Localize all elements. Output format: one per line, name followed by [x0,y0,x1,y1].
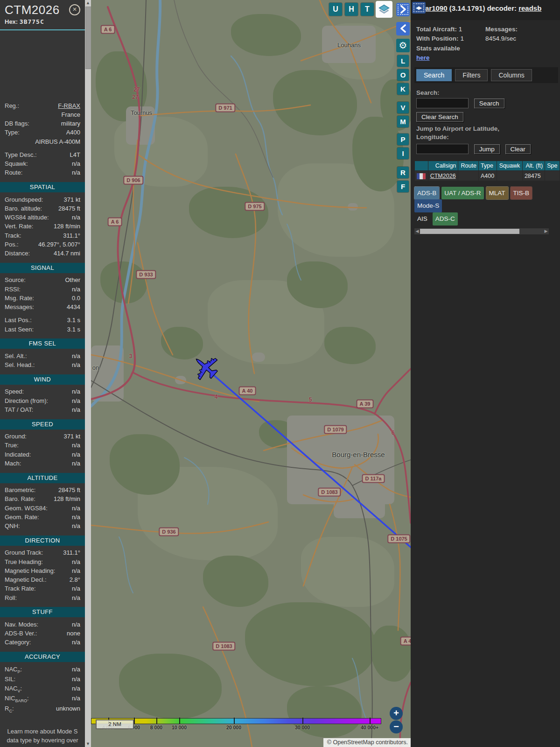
scroll-left-icon[interactable]: ◀ [414,228,420,234]
data-label: Magnetic Heading: [5,567,55,575]
data-label: Track Rate: [5,585,36,592]
data-row: Messages:4434 [0,303,85,312]
data-row: True Heading:n/a [0,557,85,566]
data-value: 3.1 s [67,326,80,333]
settings-button[interactable]: ⚙ [396,39,410,52]
filter-badge-uat-ads-r[interactable]: UAT / ADS-R [441,187,483,200]
data-label: Baro. Rate: [5,495,35,503]
info-value: L4T [70,151,80,159]
map-button-h[interactable]: H [345,3,358,16]
road-shield-a6: A 6 [108,218,122,226]
select-prev-aircraft-button[interactable] [396,22,410,35]
table-row[interactable]: CTM2026A40028475 [415,171,560,180]
data-row: Sel. Alt.:n/a [0,352,85,360]
data-value: n/a [72,621,80,628]
data-value: n/a [72,361,80,369]
map-button-i[interactable]: I [397,148,409,159]
search-input[interactable] [416,98,469,108]
column-header-Spe[interactable]: Spe [545,161,560,170]
clear-button[interactable]: Clear [505,144,531,154]
map-button-o[interactable]: O [397,69,409,81]
map-button-m[interactable]: M [397,116,409,127]
section-header-spatial: SPATIAL [0,182,85,192]
motorway-a6 [91,7,140,399]
column-header-Callsign[interactable]: Callsign [428,161,458,170]
clear-search-button[interactable]: Clear Search [416,112,463,122]
speed-cell [545,171,560,180]
table-horizontal-scrollbar[interactable]: ◀ ▶ [414,228,549,234]
jump-button[interactable]: Jump [474,144,500,154]
jump-input[interactable] [416,144,469,154]
data-label: Source: [5,276,26,284]
search-button[interactable]: Search [474,99,504,108]
data-label: WGS84 altitude: [5,214,49,221]
info-value: A400 [66,129,80,136]
layer-picker-button[interactable] [376,1,392,18]
callsign-link[interactable]: CTM2026 [430,173,456,179]
filter-badge-tis-b[interactable]: TIS-B [511,187,532,200]
filter-badge-ads-c[interactable]: ADS-C [433,212,458,226]
map-button-v[interactable]: V [397,102,409,113]
app-title-link[interactable]: tar1090 [423,4,448,12]
data-row: Baro. altitude:28475 ft [0,204,85,213]
close-icon[interactable]: ✕ [69,4,80,15]
section-header-stuff: STUFF [0,607,85,617]
filter-badge-mlat[interactable]: MLAT [486,187,508,200]
map-button-r[interactable]: R [397,167,409,178]
data-row: Track:311.1° [0,231,85,240]
map-button-t[interactable]: T [361,3,374,16]
data-label: NICBARO: [5,695,29,704]
data-value: n/a [72,352,80,360]
data-label: QNH: [5,522,20,530]
callsign-cell[interactable]: CTM2026 [428,171,458,180]
map-button-k[interactable]: K [397,83,409,95]
road-shield-d933: D 933 [136,270,156,279]
receiver-stats: Total Aircraft: 1 With Position: 1 Stats… [411,20,560,63]
legend-tick-label: 20 000 [226,725,241,730]
data-row: Ground Track:311.1° [0,549,85,557]
data-label: Speed: [5,388,24,395]
scroll-down-icon[interactable]: ▼ [85,741,91,747]
tab-filters[interactable]: Filters [455,69,488,81]
map-button-f[interactable]: F [397,181,409,192]
select-next-aircraft-button[interactable] [396,3,410,16]
history-toggle-button[interactable]: ◀▶ [412,2,426,14]
data-row: Speed:n/a [0,388,85,396]
stats-here-link[interactable]: here [416,54,430,61]
info-value: France [62,111,80,119]
decoder-link[interactable]: readsb [518,4,541,12]
data-row: Track Rate:n/a [0,585,85,593]
zoom-out-button[interactable]: − [390,720,403,733]
filter-badge-ads-b[interactable]: ADS-B [414,187,439,200]
tab-search[interactable]: Search [416,69,452,81]
data-row: RSSI:n/a [0,285,85,294]
column-header-flag[interactable] [415,161,428,170]
column-header-Type[interactable]: Type [479,161,497,170]
zoom-in-button[interactable]: + [390,707,403,720]
data-value: unknown [56,705,80,714]
data-row: Nav. Modes:n/a [0,620,85,629]
scroll-right-icon[interactable]: ▶ [543,228,549,234]
filter-badge-mode-s[interactable]: Mode-S [414,199,442,212]
france-flag-icon [417,173,426,179]
hscroll-thumb[interactable] [420,229,519,234]
sidebar-scrollbar[interactable]: ▲ ▼ [85,0,91,747]
map-canvas[interactable]: LouhansTournusBourg-en-BresseonA 6D 971D… [91,0,411,747]
road-shield-d117a: D 117a [362,474,385,483]
map-button-l[interactable]: L [397,55,409,67]
tab-columns[interactable]: Columns [491,69,532,81]
registration-link[interactable]: F-RBAX [58,102,80,110]
map-button-u[interactable]: U [329,3,342,16]
scroll-up-icon[interactable]: ▲ [85,0,91,6]
filter-badge-ais[interactable]: AIS [414,212,430,226]
map-button-p[interactable]: P [397,134,409,145]
column-header-Squawk[interactable]: Squawk [497,161,522,170]
legend-tick-label: 40 000+ [361,725,378,730]
data-label: Last Seen: [5,326,34,333]
aircraft-data-sections: SPATIALGroundspeed:371 ktBaro. altitude:… [0,182,85,715]
section-header-wind: WIND [0,374,85,385]
column-header-Alt. (ft)[interactable]: Alt. (ft) [523,161,545,170]
data-value: n/a [72,585,80,592]
osm-attribution[interactable]: © OpenStreetMap contributors. [323,738,411,747]
column-header-Route[interactable]: Route [458,161,478,170]
